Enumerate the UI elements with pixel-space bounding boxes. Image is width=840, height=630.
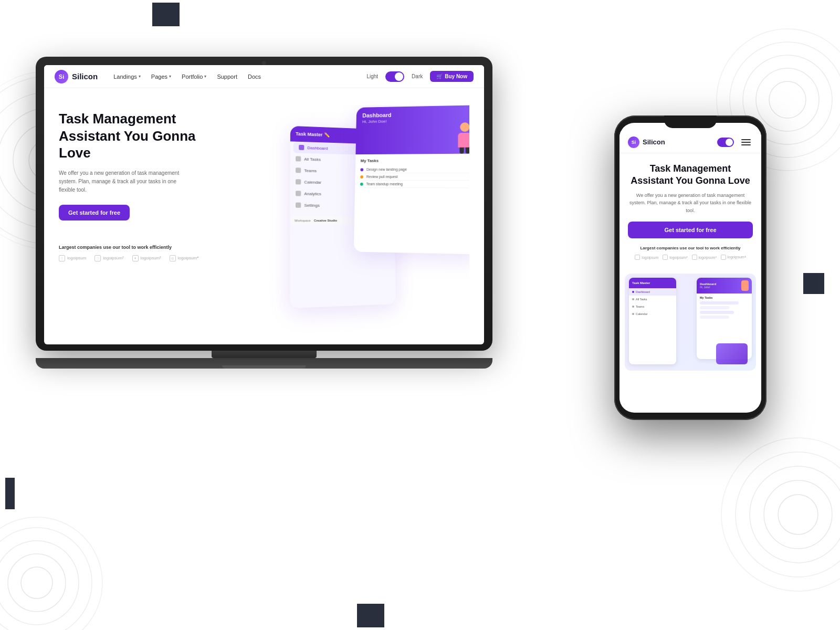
workspace-name: Creative Studio	[314, 219, 337, 222]
person-leg-left	[459, 148, 464, 154]
laptop-cta-button[interactable]: Get started for free	[59, 205, 130, 220]
decorative-circles-br	[714, 430, 840, 598]
mini-welcome: Hi, John!	[700, 286, 716, 289]
phone-logo-text: Silicon	[643, 138, 665, 146]
phone-notch	[664, 116, 717, 128]
logo-item-2: □ logoipsum²	[94, 255, 123, 261]
laptop-camera	[262, 61, 266, 65]
mini-purple-block	[716, 343, 748, 364]
phone-logo-icon: Si	[628, 136, 639, 148]
phone-theme-toggle[interactable]	[717, 138, 734, 147]
phone-logo-icon-1	[635, 255, 640, 260]
svg-point-20	[0, 517, 102, 630]
svg-point-17	[8, 554, 66, 612]
app-card-dashboard: Dashboard Hi, John Doe!	[354, 105, 469, 254]
phone-body: Si Silicon Task Management Assistant You…	[614, 116, 766, 420]
decorative-square-tr	[803, 273, 824, 294]
phone-logo-icon-4	[721, 255, 726, 260]
phone-navbar: Si Silicon	[620, 131, 761, 153]
nav-item-docs[interactable]: Docs	[248, 74, 261, 80]
mini-ui-header: Task Master	[629, 278, 676, 288]
mini-dot-3	[632, 306, 634, 308]
mini-ui-title: Task Master	[632, 281, 650, 285]
logo-icon-3: ✦	[132, 255, 139, 261]
decorative-square-bm	[357, 604, 384, 627]
hamburger-line-3	[741, 144, 751, 145]
logo-icon-2: □	[94, 255, 101, 261]
logos-row: □ logoipsum □ logoipsum² ✦ logoipsum³	[59, 255, 216, 261]
phone-logo-item-2: logoipsum²	[663, 255, 687, 260]
laptop-logo-icon: Si	[55, 70, 68, 83]
teams-icon	[296, 167, 301, 173]
svg-point-15	[721, 438, 840, 591]
svg-point-19	[0, 528, 92, 630]
phone-menu-button[interactable]	[739, 137, 753, 148]
svg-point-16	[21, 567, 52, 598]
task-dot-1	[360, 168, 363, 171]
mini-dot-4	[632, 313, 634, 315]
mini-ui-left: Task Master Dashboard All Tasks Tea	[629, 278, 676, 364]
chevron-down-icon: ▾	[139, 74, 141, 79]
tasks-icon	[296, 156, 301, 161]
mini-task-bar-4	[700, 316, 729, 319]
mini-dot-2	[632, 298, 634, 300]
svg-point-6	[769, 81, 806, 118]
dashboard-welcome: Hi, John Doe!	[362, 118, 469, 124]
phone-logo-item-4: logoipsum⁴	[721, 255, 746, 260]
laptop-body: Si Silicon Landings ▾ Pages ▾ Portfolio …	[36, 57, 492, 351]
laptop-hero-right: Task Master ✏️ Dashboard All Tasks	[227, 105, 469, 344]
svg-point-12	[764, 480, 832, 549]
laptop-navbar: Si Silicon Landings ▾ Pages ▾ Portfolio …	[44, 65, 484, 88]
mini-dashboard-header: Dashboard Hi, John!	[697, 278, 752, 293]
nav-item-landings[interactable]: Landings ▾	[113, 74, 141, 80]
svg-point-18	[0, 541, 79, 625]
phone-logo-icon-3	[692, 255, 697, 260]
hamburger-line-2	[741, 142, 751, 143]
mini-dash-info: Dashboard Hi, John!	[700, 282, 716, 289]
mini-nav-calendar: Calendar	[629, 310, 676, 318]
svg-point-14	[736, 452, 840, 577]
logo-item-3: ✦ logoipsum³	[132, 255, 161, 261]
mini-avatar	[741, 280, 749, 291]
logo-icon-1: □	[59, 255, 65, 261]
nav-item-pages[interactable]: Pages ▾	[151, 74, 171, 80]
nav-item-support[interactable]: Support	[217, 74, 237, 80]
phone-logo-item-1: logoipsum	[635, 255, 658, 260]
task-item-2: Review pull request	[360, 173, 469, 181]
mini-nav-tasks: All Tasks	[629, 296, 676, 303]
phone-mockup: Si Silicon Task Management Assistant You…	[614, 116, 766, 420]
laptop-logo-text: Silicon	[72, 72, 98, 81]
buy-now-button[interactable]: 🛒 Buy Now	[430, 71, 474, 82]
phone-logos-label: Largest companies use our tool to work e…	[628, 246, 753, 250]
app-mockup: Task Master ✏️ Dashboard All Tasks	[291, 105, 469, 336]
nav-item-portfolio[interactable]: Portfolio ▾	[182, 74, 206, 80]
hero-title: Task Management Assistant You Gonna Love	[59, 110, 216, 162]
person-body	[458, 133, 469, 148]
dashboard-body: My Tasks Design new landing page Review …	[355, 154, 469, 193]
phone-cta-button[interactable]: Get started for free	[628, 222, 753, 238]
mini-task-bar-2	[700, 306, 729, 309]
dashboard-header: Dashboard Hi, John Doe!	[355, 105, 469, 154]
hamburger-line-1	[741, 139, 751, 140]
phone-hero-description: We offer you a new generation of task ma…	[628, 192, 753, 214]
svg-point-13	[750, 466, 840, 563]
cart-icon: 🛒	[436, 74, 443, 79]
mini-dot-1	[632, 291, 634, 293]
phone-logo-icon-2	[663, 255, 668, 260]
logo-item-4: ◎ logoipsum⁴	[170, 255, 198, 261]
app-card-title: Task Master ✏️	[296, 131, 330, 138]
laptop-nav-right: Light Dark 🛒 Buy Now	[366, 71, 474, 82]
laptop-hero-left: Task Management Assistant You Gonna Love…	[59, 105, 216, 261]
theme-light-label: Light	[366, 74, 378, 79]
chevron-down-icon: ▾	[204, 74, 206, 79]
workspace-label: Workspace	[295, 219, 311, 222]
theme-toggle[interactable]	[385, 71, 404, 82]
dashboard-title: Dashboard	[362, 110, 469, 118]
person-leg-right	[466, 148, 469, 154]
laptop-base	[36, 358, 492, 369]
person-legs	[455, 148, 469, 154]
laptop-screen: Si Silicon Landings ▾ Pages ▾ Portfolio …	[44, 65, 484, 344]
my-tasks-label: My Tasks	[361, 158, 469, 163]
phone-app-preview: Task Master Dashboard All Tasks Tea	[620, 274, 761, 371]
person-head	[460, 122, 469, 132]
